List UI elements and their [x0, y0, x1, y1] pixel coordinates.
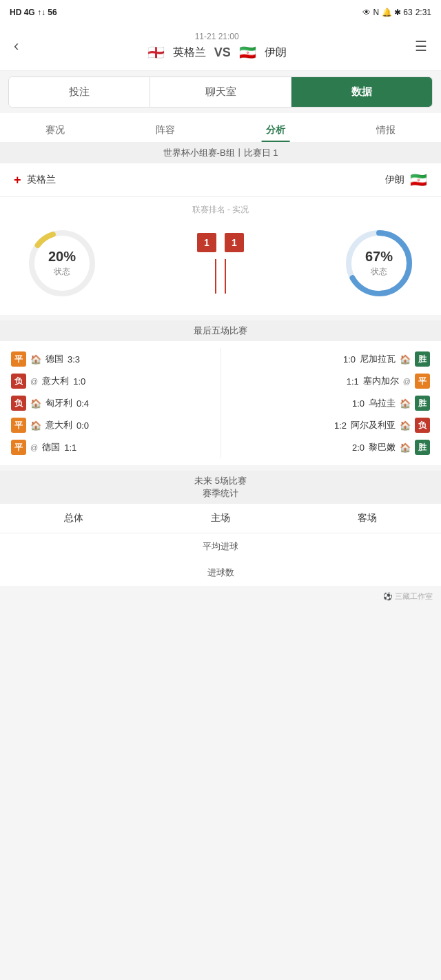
match-score: 1:0: [343, 354, 356, 365]
venue-badge: @: [30, 377, 38, 385]
match-teams: 🏴󠁧󠁢󠁥󠁮󠁧󠁿 英格兰 VS 🇮🇷 伊朗: [21, 44, 412, 61]
match-score: 0:4: [76, 398, 89, 409]
list-item: 2:0 黎巴嫩 🏠 胜: [232, 436, 431, 458]
venue-icon: 🏠: [400, 442, 411, 453]
match-score: 0:0: [76, 420, 89, 431]
rank-lines: [215, 259, 226, 294]
home-matches: 平 🏠 德国 3:3 负 @ 意大利 1:0 负 🏠 匈牙利 0:4 平 🏠 意…: [0, 348, 221, 458]
rank-badge-row: 1 1: [197, 233, 244, 252]
away-circle-container: 67% 状态: [331, 225, 427, 301]
avg-goals-label: 平均进球: [0, 533, 441, 560]
venue-badge: @: [30, 443, 38, 451]
away-circle-wrap: 67% 状态: [341, 225, 417, 301]
away-team-flag: 🇮🇷: [410, 172, 427, 188]
status-left: HD 4G ↑↓ 56: [10, 8, 57, 17]
match-opponent: 尼加拉瓦: [360, 353, 396, 365]
list-item: 负 @ 意大利 1:0: [11, 370, 209, 392]
back-button[interactable]: ‹: [11, 34, 21, 58]
match-opponent: 乌拉圭: [369, 397, 396, 409]
list-item: 1:2 阿尔及利亚 🏠 负: [232, 414, 431, 436]
match-opponent: 德国: [42, 441, 60, 453]
tab-bet[interactable]: 投注: [9, 77, 150, 107]
stats-col-away: 客场: [294, 504, 441, 533]
result-badge: 负: [11, 374, 26, 389]
match-opponent: 阿尔及利亚: [351, 419, 396, 431]
subtab-intel[interactable]: 情报: [362, 119, 409, 142]
rank-line-left: [215, 259, 216, 294]
subtab-live[interactable]: 赛况: [32, 119, 79, 142]
list-item: 1:0 乌拉圭 🏠 胜: [232, 392, 431, 414]
home-pct: 20%: [48, 249, 76, 265]
result-badge: 平: [11, 351, 26, 367]
subtab-lineup[interactable]: 阵容: [142, 119, 189, 142]
match-score: 1:1: [64, 442, 76, 453]
away-team-right: 伊朗 🇮🇷: [385, 172, 427, 188]
stats-table-header: 总体 主场 客场: [0, 504, 441, 533]
tab-data[interactable]: 数据: [291, 77, 432, 107]
goals-count-label: 进球数: [0, 560, 441, 586]
menu-button[interactable]: ☰: [412, 35, 430, 57]
home-team-left: + 英格兰: [14, 173, 56, 187]
home-team-label: 英格兰: [27, 174, 56, 186]
sub-tab-bar: 赛况 阵容 分析 情报: [0, 113, 441, 143]
list-item: 1:0 尼加拉瓦 🏠 胜: [232, 348, 431, 370]
list-item: 平 🏠 德国 3:3: [11, 348, 209, 370]
match-score: 1:2: [334, 420, 347, 431]
match-opponent: 塞内加尔: [363, 375, 399, 387]
match-opponent: 意大利: [42, 375, 69, 387]
status-bar: HD 4G ↑↓ 56 👁 N 🔔 ✱ 63 2:31: [0, 0, 441, 25]
match-info-center: 11-21 21:00 🏴󠁧󠁢󠁥󠁮󠁧󠁿 英格兰 VS 🇮🇷 伊朗: [21, 32, 412, 61]
tab-chat[interactable]: 聊天室: [150, 77, 291, 107]
future-section-label: 未来 5场比赛: [0, 475, 441, 487]
venue-icon: 🏠: [30, 398, 41, 409]
away-circle-label: 状态: [365, 266, 393, 278]
match-opponent: 匈牙利: [45, 397, 72, 409]
match-opponent: 意大利: [45, 419, 72, 431]
result-badge: 负: [415, 418, 430, 433]
home-team-name: 英格兰: [173, 45, 206, 60]
venue-icon: 🏠: [30, 354, 41, 365]
match-score: 1:0: [352, 398, 365, 409]
stats-col-home: 主场: [147, 504, 294, 533]
rank-line-right: [225, 259, 226, 294]
result-badge: 胜: [415, 351, 430, 367]
match-datetime: 11-21 21:00: [21, 32, 412, 41]
matches-content: 平 🏠 德国 3:3 负 @ 意大利 1:0 负 🏠 匈牙利 0:4 平 🏠 意…: [0, 341, 441, 465]
home-rank-badge: 1: [197, 233, 216, 252]
away-pct: 67%: [365, 249, 393, 265]
last-five-section: 最后五场比赛 平 🏠 德国 3:3 负 @ 意大利 1:0 负 🏠 匈牙利 0:…: [0, 320, 441, 465]
list-item: 平 @ 德国 1:1: [11, 436, 209, 458]
away-team-label: 伊朗: [385, 174, 404, 186]
list-item: 1:1 塞内加尔 @ 平: [232, 370, 431, 392]
list-item: 平 🏠 意大利 0:0: [11, 414, 209, 436]
vs-label: VS: [214, 45, 231, 60]
watermark: ⚽ 三藏工作室: [0, 586, 441, 607]
result-badge: 平: [415, 374, 430, 389]
stats-col-total: 总体: [0, 504, 147, 533]
home-circle-center: 20% 状态: [48, 249, 76, 278]
result-badge: 平: [11, 418, 26, 433]
season-stats-label: 赛季统计: [0, 487, 441, 500]
match-score: 2:0: [352, 442, 365, 453]
match-opponent: 黎巴嫩: [369, 441, 396, 453]
stats-row: 20% 状态 1 1 67% 状态: [0, 218, 441, 315]
venue-icon: 🏠: [30, 420, 41, 431]
away-circle-center: 67% 状态: [365, 249, 393, 278]
subtab-analysis[interactable]: 分析: [252, 119, 299, 142]
venue-icon: 🏠: [400, 420, 411, 431]
result-badge: 胜: [415, 440, 430, 455]
future-section: 未来 5场比赛 赛季统计: [0, 471, 441, 504]
venue-icon: 🏠: [400, 398, 411, 409]
away-team-name: 伊朗: [265, 45, 287, 60]
match-header: ‹ 11-21 21:00 🏴󠁧󠁢󠁥󠁮󠁧󠁿 英格兰 VS 🇮🇷 伊朗 ☰: [0, 25, 441, 71]
status-time: 2:31: [416, 8, 431, 17]
match-info-banner: 世界杯小组赛-B组丨比赛日 1: [0, 143, 441, 163]
result-badge: 负: [11, 396, 26, 411]
home-circle-container: 20% 状态: [14, 225, 110, 301]
match-score: 3:3: [68, 354, 80, 365]
home-flag: 🏴󠁧󠁢󠁥󠁮󠁧󠁿: [147, 44, 165, 61]
home-circle-label: 状态: [48, 266, 76, 278]
team-row: + 英格兰 伊朗 🇮🇷: [0, 163, 441, 197]
match-opponent: 德国: [45, 353, 63, 365]
match-score: 1:1: [347, 376, 359, 387]
